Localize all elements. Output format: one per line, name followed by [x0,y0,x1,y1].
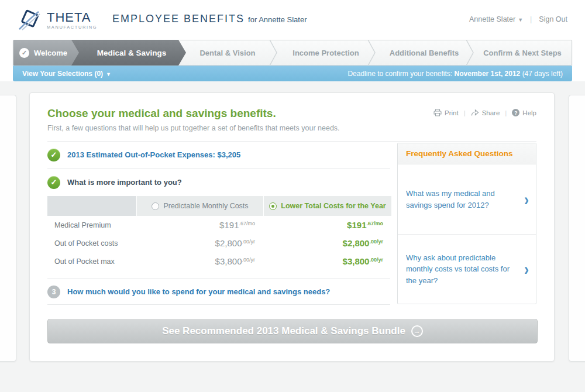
view-selections-toggle[interactable]: View Your Selections (0)▼ [22,70,111,78]
option-lower-total-costs[interactable]: Lower Total Costs for the Year [264,196,391,216]
column-header-label: Predictable Monthly Costs [163,202,248,210]
deadline-date: November 1st, 2012 [455,70,521,78]
help-link[interactable]: ? Help [512,109,536,116]
question-2-row: ✓ What is more important to you? [47,169,390,196]
selections-bar: View Your Selections (0)▼ Deadline to co… [13,66,572,81]
radio-selected-icon[interactable] [269,202,277,210]
question-1-label[interactable]: 2013 Estimated Out-of-Pocket Expenses: $… [67,150,240,159]
tab-confirm-next-steps[interactable]: Confirm & Next Steps [473,40,572,66]
cta-label: See Recommended 2013 Medical & Savings B… [162,325,405,337]
chevron-right-icon: › [524,191,529,208]
step-3-icon: 3 [47,286,60,298]
tab-label: Confirm & Next Steps [483,49,562,57]
header-divider: | [530,15,532,23]
monthly-value: $3,800.00/yr [137,252,263,270]
adjacent-card-left [0,95,16,362]
tab-label: Additional Benefits [390,49,459,57]
faq-question: What was my medical and savings spend fo… [406,188,512,211]
tab-separator-chevron-icon [466,40,474,66]
share-icon [471,109,479,116]
faq-question: Why ask about predictable monthly costs … [406,252,512,287]
faq-title: Frequently Asked Questions [398,143,536,164]
check-icon: ✓ [19,48,29,58]
app-header: THETA MANUFACTURING EMPLOYEE BENEFITSfor… [0,0,585,40]
share-link[interactable]: Share [471,109,500,116]
deadline-text: Deadline to confirm your benefits: Novem… [347,70,563,78]
tab-label: Dental & Vision [199,49,255,57]
row-label: Medical Premium [47,216,136,234]
tab-additional-benefits[interactable]: Additional Benefits [375,40,473,66]
yearly-value: $3,800.00/yr [264,252,391,270]
question-3-label[interactable]: How much would you like to spend for you… [67,287,330,296]
theta-logo-icon [18,8,42,33]
check-icon: ✓ [47,149,60,161]
tab-welcome[interactable]: ✓ Welcome [13,40,79,66]
see-recommended-bundle-button[interactable]: See Recommended 2013 Medical & Savings B… [47,319,538,343]
chevron-down-icon: ▼ [106,71,111,77]
tab-separator-chevron-icon [269,40,277,66]
help-label: Help [522,109,536,116]
chevron-down-icon: ▼ [518,17,523,23]
section-heading: Choose your medical and savings benefits… [47,107,340,120]
faq-panel: Frequently Asked Questions What was my m… [397,143,536,304]
user-menu[interactable]: Annette Slater▼ [469,15,523,23]
logo-subtitle: MANUFACTURING [47,25,97,30]
radio-unselected-icon[interactable] [152,202,159,210]
row-label: Out of Pocket costs [47,234,136,252]
company-logo[interactable]: THETA MANUFACTURING [18,8,97,33]
page: THETA MANUFACTURING EMPLOYEE BENEFITSfor… [0,0,585,392]
question-1-row: ✓ 2013 Estimated Out-of-Pocket Expenses:… [47,142,390,169]
question-2-label: What is more important to you? [67,178,182,187]
tab-label: Medical & Savings [97,49,167,57]
row-label: Out of Pocket max [47,252,136,270]
arrow-right-icon: → [411,325,423,337]
column-header-label: Lower Total Costs for the Year [281,202,386,210]
check-icon: ✓ [47,176,60,189]
page-title-main: EMPLOYEE BENEFITS [112,13,245,25]
chevron-right-icon: › [524,260,529,278]
print-icon [433,109,442,116]
page-title-suffix: for Annette Slater [248,15,307,24]
faq-item-predictable-vs-total[interactable]: Why ask about predictable monthly costs … [398,234,536,304]
tab-medical-savings[interactable]: Medical & Savings [71,40,186,66]
option-predictable-monthly[interactable]: Predictable Monthly Costs [137,196,263,216]
tab-label: Income Protection [292,49,359,57]
medical-savings-card: Choose your medical and savings benefits… [29,92,555,362]
page-title: EMPLOYEE BENEFITSfor Annette Slater [112,13,307,25]
tab-income-protection[interactable]: Income Protection [277,40,375,66]
sign-out-link[interactable]: Sign Out [539,15,567,23]
question-3-row: 3 How much would you like to spend for y… [47,279,390,305]
utilities-divider: | [505,109,507,116]
section-subheading: First, a few questions that will help us… [47,124,340,132]
benefits-step-nav: ✓ Welcome Medical & Savings Dental & Vis… [13,40,572,66]
share-label: Share [482,109,500,116]
tab-label: Welcome [34,49,67,57]
monthly-value: $2,800.00/yr [137,234,263,252]
print-label: Print [445,109,459,116]
tab-dental-vision[interactable]: Dental & Vision [178,40,277,66]
utilities-divider: | [464,109,466,116]
yearly-value: $2,800.00/yr [264,234,391,252]
cost-comparison-table: Predictable Monthly Costs Lower Total Co… [47,196,390,270]
print-link[interactable]: Print [433,109,459,116]
faq-item-2012-spend[interactable]: What was my medical and savings spend fo… [398,164,536,234]
monthly-value: $191.67/mo [137,216,263,234]
help-icon: ? [512,109,519,116]
yearly-value: $191.67/mo [264,216,391,234]
adjacent-card-right [569,95,585,362]
table-header-empty [47,196,136,216]
logo-name: THETA [47,11,97,24]
tab-separator-chevron-icon [367,40,376,66]
